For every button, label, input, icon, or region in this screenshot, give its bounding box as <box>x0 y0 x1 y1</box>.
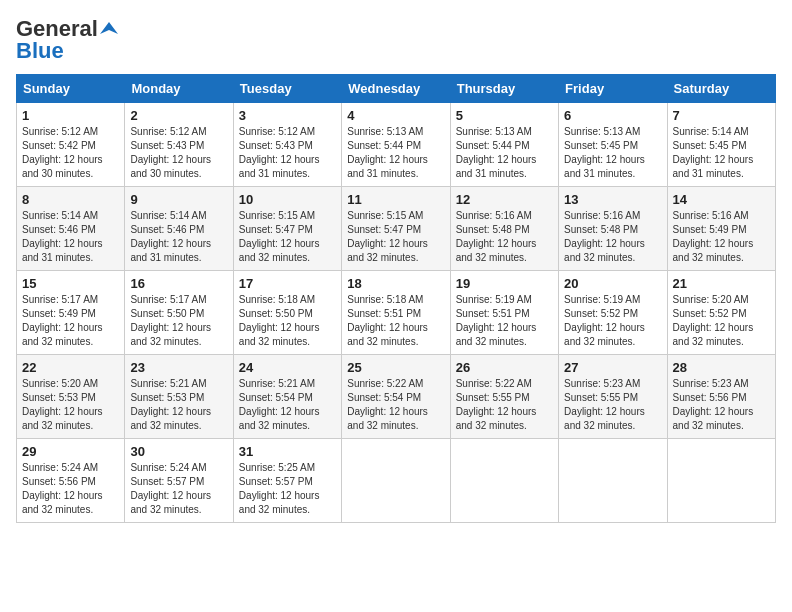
day-info: Sunrise: 5:17 AMSunset: 5:49 PMDaylight:… <box>22 293 119 349</box>
day-number: 13 <box>564 192 661 207</box>
day-number: 5 <box>456 108 553 123</box>
svg-marker-0 <box>100 22 118 34</box>
day-info: Sunrise: 5:20 AMSunset: 5:53 PMDaylight:… <box>22 377 119 433</box>
calendar-cell: 1 Sunrise: 5:12 AMSunset: 5:42 PMDayligh… <box>17 103 125 187</box>
calendar-cell: 14 Sunrise: 5:16 AMSunset: 5:49 PMDaylig… <box>667 187 775 271</box>
calendar-table: SundayMondayTuesdayWednesdayThursdayFrid… <box>16 74 776 523</box>
day-number: 26 <box>456 360 553 375</box>
calendar-cell: 22 Sunrise: 5:20 AMSunset: 5:53 PMDaylig… <box>17 355 125 439</box>
day-info: Sunrise: 5:18 AMSunset: 5:50 PMDaylight:… <box>239 293 336 349</box>
day-info: Sunrise: 5:19 AMSunset: 5:52 PMDaylight:… <box>564 293 661 349</box>
day-number: 19 <box>456 276 553 291</box>
day-number: 20 <box>564 276 661 291</box>
day-info: Sunrise: 5:13 AMSunset: 5:44 PMDaylight:… <box>347 125 444 181</box>
calendar-cell: 12 Sunrise: 5:16 AMSunset: 5:48 PMDaylig… <box>450 187 558 271</box>
calendar-cell: 9 Sunrise: 5:14 AMSunset: 5:46 PMDayligh… <box>125 187 233 271</box>
calendar-cell: 16 Sunrise: 5:17 AMSunset: 5:50 PMDaylig… <box>125 271 233 355</box>
logo-blue-text: Blue <box>16 38 64 64</box>
day-info: Sunrise: 5:23 AMSunset: 5:55 PMDaylight:… <box>564 377 661 433</box>
day-number: 21 <box>673 276 770 291</box>
day-number: 18 <box>347 276 444 291</box>
day-number: 15 <box>22 276 119 291</box>
day-number: 17 <box>239 276 336 291</box>
calendar-cell: 25 Sunrise: 5:22 AMSunset: 5:54 PMDaylig… <box>342 355 450 439</box>
day-number: 10 <box>239 192 336 207</box>
day-info: Sunrise: 5:15 AMSunset: 5:47 PMDaylight:… <box>239 209 336 265</box>
day-number: 4 <box>347 108 444 123</box>
calendar-cell: 21 Sunrise: 5:20 AMSunset: 5:52 PMDaylig… <box>667 271 775 355</box>
day-info: Sunrise: 5:14 AMSunset: 5:46 PMDaylight:… <box>130 209 227 265</box>
header: General Blue <box>16 16 776 64</box>
calendar-week-row: 8 Sunrise: 5:14 AMSunset: 5:46 PMDayligh… <box>17 187 776 271</box>
calendar-cell: 2 Sunrise: 5:12 AMSunset: 5:43 PMDayligh… <box>125 103 233 187</box>
header-day-wednesday: Wednesday <box>342 75 450 103</box>
day-info: Sunrise: 5:16 AMSunset: 5:48 PMDaylight:… <box>564 209 661 265</box>
logo: General Blue <box>16 16 118 64</box>
day-info: Sunrise: 5:12 AMSunset: 5:43 PMDaylight:… <box>239 125 336 181</box>
calendar-cell: 8 Sunrise: 5:14 AMSunset: 5:46 PMDayligh… <box>17 187 125 271</box>
calendar-cell: 19 Sunrise: 5:19 AMSunset: 5:51 PMDaylig… <box>450 271 558 355</box>
header-day-tuesday: Tuesday <box>233 75 341 103</box>
day-number: 2 <box>130 108 227 123</box>
day-info: Sunrise: 5:21 AMSunset: 5:54 PMDaylight:… <box>239 377 336 433</box>
day-info: Sunrise: 5:15 AMSunset: 5:47 PMDaylight:… <box>347 209 444 265</box>
calendar-cell: 23 Sunrise: 5:21 AMSunset: 5:53 PMDaylig… <box>125 355 233 439</box>
calendar-cell: 26 Sunrise: 5:22 AMSunset: 5:55 PMDaylig… <box>450 355 558 439</box>
calendar-cell: 4 Sunrise: 5:13 AMSunset: 5:44 PMDayligh… <box>342 103 450 187</box>
day-number: 6 <box>564 108 661 123</box>
calendar-week-row: 1 Sunrise: 5:12 AMSunset: 5:42 PMDayligh… <box>17 103 776 187</box>
day-number: 24 <box>239 360 336 375</box>
calendar-cell: 20 Sunrise: 5:19 AMSunset: 5:52 PMDaylig… <box>559 271 667 355</box>
calendar-cell: 28 Sunrise: 5:23 AMSunset: 5:56 PMDaylig… <box>667 355 775 439</box>
day-number: 27 <box>564 360 661 375</box>
day-info: Sunrise: 5:13 AMSunset: 5:44 PMDaylight:… <box>456 125 553 181</box>
calendar-cell: 5 Sunrise: 5:13 AMSunset: 5:44 PMDayligh… <box>450 103 558 187</box>
day-number: 11 <box>347 192 444 207</box>
day-number: 31 <box>239 444 336 459</box>
day-info: Sunrise: 5:22 AMSunset: 5:54 PMDaylight:… <box>347 377 444 433</box>
day-number: 7 <box>673 108 770 123</box>
header-day-thursday: Thursday <box>450 75 558 103</box>
calendar-cell: 24 Sunrise: 5:21 AMSunset: 5:54 PMDaylig… <box>233 355 341 439</box>
day-number: 9 <box>130 192 227 207</box>
header-day-saturday: Saturday <box>667 75 775 103</box>
day-number: 8 <box>22 192 119 207</box>
day-info: Sunrise: 5:13 AMSunset: 5:45 PMDaylight:… <box>564 125 661 181</box>
day-number: 28 <box>673 360 770 375</box>
day-info: Sunrise: 5:17 AMSunset: 5:50 PMDaylight:… <box>130 293 227 349</box>
calendar-week-row: 29 Sunrise: 5:24 AMSunset: 5:56 PMDaylig… <box>17 439 776 523</box>
day-info: Sunrise: 5:25 AMSunset: 5:57 PMDaylight:… <box>239 461 336 517</box>
calendar-week-row: 15 Sunrise: 5:17 AMSunset: 5:49 PMDaylig… <box>17 271 776 355</box>
day-info: Sunrise: 5:23 AMSunset: 5:56 PMDaylight:… <box>673 377 770 433</box>
day-info: Sunrise: 5:18 AMSunset: 5:51 PMDaylight:… <box>347 293 444 349</box>
day-number: 16 <box>130 276 227 291</box>
day-number: 1 <box>22 108 119 123</box>
calendar-cell: 13 Sunrise: 5:16 AMSunset: 5:48 PMDaylig… <box>559 187 667 271</box>
day-number: 12 <box>456 192 553 207</box>
calendar-cell: 11 Sunrise: 5:15 AMSunset: 5:47 PMDaylig… <box>342 187 450 271</box>
day-info: Sunrise: 5:21 AMSunset: 5:53 PMDaylight:… <box>130 377 227 433</box>
day-number: 29 <box>22 444 119 459</box>
header-day-sunday: Sunday <box>17 75 125 103</box>
calendar-cell: 3 Sunrise: 5:12 AMSunset: 5:43 PMDayligh… <box>233 103 341 187</box>
day-info: Sunrise: 5:22 AMSunset: 5:55 PMDaylight:… <box>456 377 553 433</box>
calendar-cell: 31 Sunrise: 5:25 AMSunset: 5:57 PMDaylig… <box>233 439 341 523</box>
calendar-cell: 18 Sunrise: 5:18 AMSunset: 5:51 PMDaylig… <box>342 271 450 355</box>
day-number: 23 <box>130 360 227 375</box>
day-info: Sunrise: 5:24 AMSunset: 5:57 PMDaylight:… <box>130 461 227 517</box>
day-info: Sunrise: 5:24 AMSunset: 5:56 PMDaylight:… <box>22 461 119 517</box>
calendar-cell: 10 Sunrise: 5:15 AMSunset: 5:47 PMDaylig… <box>233 187 341 271</box>
day-info: Sunrise: 5:14 AMSunset: 5:45 PMDaylight:… <box>673 125 770 181</box>
calendar-cell <box>559 439 667 523</box>
day-info: Sunrise: 5:16 AMSunset: 5:48 PMDaylight:… <box>456 209 553 265</box>
calendar-cell: 30 Sunrise: 5:24 AMSunset: 5:57 PMDaylig… <box>125 439 233 523</box>
day-info: Sunrise: 5:14 AMSunset: 5:46 PMDaylight:… <box>22 209 119 265</box>
day-number: 22 <box>22 360 119 375</box>
day-info: Sunrise: 5:16 AMSunset: 5:49 PMDaylight:… <box>673 209 770 265</box>
calendar-cell: 6 Sunrise: 5:13 AMSunset: 5:45 PMDayligh… <box>559 103 667 187</box>
calendar-cell <box>667 439 775 523</box>
header-day-monday: Monday <box>125 75 233 103</box>
calendar-cell: 17 Sunrise: 5:18 AMSunset: 5:50 PMDaylig… <box>233 271 341 355</box>
header-day-friday: Friday <box>559 75 667 103</box>
calendar-cell: 27 Sunrise: 5:23 AMSunset: 5:55 PMDaylig… <box>559 355 667 439</box>
